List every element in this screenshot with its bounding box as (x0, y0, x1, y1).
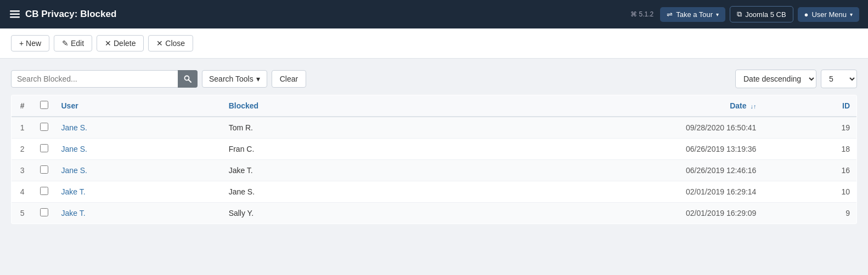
row-date: 06/26/2019 12:46:16 (406, 160, 763, 181)
svg-line-4 (189, 80, 191, 83)
table-row: 4 Jake T. Jane S. 02/01/2019 16:29:14 10 (12, 181, 857, 203)
svg-rect-1 (10, 14, 20, 15)
chevron-down-icon: ▾ (850, 12, 853, 18)
row-checkbox-cell (33, 181, 55, 203)
row-id: 18 (763, 139, 856, 160)
toolbar: + New ✎ Edit ✕ Delete ✕ Close (0, 28, 868, 59)
row-id: 19 (763, 117, 856, 139)
user-link[interactable]: Jane S. (61, 166, 87, 175)
sort-icon: ↓↑ (750, 103, 756, 110)
edit-button[interactable]: ✎ Edit (54, 35, 92, 51)
col-header-blocked[interactable]: Blocked (222, 95, 406, 117)
svg-rect-0 (10, 10, 20, 12)
table-header: # User Blocked Date ↓↑ ID (12, 95, 857, 117)
row-id: 9 (763, 203, 856, 224)
row-blocked: Sally Y. (222, 203, 406, 224)
user-icon: ● (804, 10, 809, 19)
row-blocked: Tom R. (222, 117, 406, 139)
row-date: 06/26/2019 13:19:36 (406, 139, 763, 160)
data-table: # User Blocked Date ↓↑ ID 1 Jane S. Tom … (11, 95, 857, 224)
col-header-hash: # (12, 95, 33, 117)
search-input[interactable] (11, 70, 198, 88)
search-input-wrap (11, 70, 198, 88)
row-user: Jake T. (55, 203, 222, 224)
per-page-select[interactable]: 51015202550100 (821, 70, 857, 88)
row-user: Jane S. (55, 139, 222, 160)
chevron-down-icon: ▾ (256, 75, 260, 83)
row-id: 10 (763, 181, 856, 203)
joomla-button[interactable]: ⧉ Joomla 5 CB (730, 6, 793, 22)
search-icon (184, 75, 191, 83)
user-link[interactable]: Jane S. (61, 145, 87, 153)
col-header-user[interactable]: User (55, 95, 222, 117)
close-button[interactable]: ✕ Close (148, 35, 193, 51)
table-row: 3 Jane S. Jake T. 06/26/2019 12:46:16 16 (12, 160, 857, 181)
external-link-icon: ⧉ (737, 10, 742, 19)
search-tools-button[interactable]: Search Tools ▾ (202, 70, 267, 88)
sort-select[interactable]: Date descendingDate ascendingUser ascend… (735, 70, 816, 88)
user-link[interactable]: Jake T. (61, 209, 86, 217)
row-checkbox[interactable] (40, 165, 48, 174)
take-tour-button[interactable]: ⇌ Take a Tour ▾ (660, 7, 725, 22)
table-row: 1 Jane S. Tom R. 09/28/2020 16:50:41 19 (12, 117, 857, 139)
row-checkbox[interactable] (40, 123, 48, 131)
svg-rect-2 (10, 16, 20, 18)
user-link[interactable]: Jane S. (61, 123, 87, 132)
row-checkbox-cell (33, 117, 55, 139)
sliders-icon: ⇌ (667, 10, 673, 19)
navbar: CB Privacy: Blocked ⌘ 5.1.2 ⇌ Take a Tou… (0, 0, 868, 28)
search-row: Search Tools ▾ Clear Date descendingDate… (11, 70, 857, 88)
select-all-checkbox[interactable] (40, 101, 48, 109)
user-menu-button[interactable]: ● User Menu ▾ (798, 7, 859, 22)
row-blocked: Fran C. (222, 139, 406, 160)
col-header-id: ID (763, 95, 856, 117)
row-checkbox-cell (33, 139, 55, 160)
row-num: 1 (12, 117, 33, 139)
chevron-down-icon: ▾ (716, 12, 719, 18)
row-date: 02/01/2019 16:29:14 (406, 181, 763, 203)
row-checkbox[interactable] (40, 187, 48, 195)
clear-button[interactable]: Clear (272, 70, 306, 88)
row-num: 3 (12, 160, 33, 181)
row-checkbox-cell (33, 203, 55, 224)
page-title: CB Privacy: Blocked (25, 9, 116, 20)
main-content: Search Tools ▾ Clear Date descendingDate… (0, 59, 868, 235)
new-button[interactable]: + New (11, 35, 49, 51)
grid-icon (9, 8, 21, 20)
table-body: 1 Jane S. Tom R. 09/28/2020 16:50:41 19 … (12, 117, 857, 224)
row-user: Jane S. (55, 117, 222, 139)
table-row: 2 Jane S. Fran C. 06/26/2019 13:19:36 18 (12, 139, 857, 160)
row-user: Jane S. (55, 160, 222, 181)
row-date: 02/01/2019 16:29:09 (406, 203, 763, 224)
col-header-check (33, 95, 55, 117)
col-header-date[interactable]: Date ↓↑ (406, 95, 763, 117)
user-link[interactable]: Jake T. (61, 187, 86, 196)
navbar-brand: CB Privacy: Blocked (9, 8, 624, 20)
row-blocked: Jane S. (222, 181, 406, 203)
row-checkbox[interactable] (40, 208, 48, 216)
row-num: 4 (12, 181, 33, 203)
row-num: 2 (12, 139, 33, 160)
row-num: 5 (12, 203, 33, 224)
row-checkbox[interactable] (40, 144, 48, 152)
search-submit-button[interactable] (178, 70, 198, 88)
row-checkbox-cell (33, 160, 55, 181)
row-date: 09/28/2020 16:50:41 (406, 117, 763, 139)
delete-button[interactable]: ✕ Delete (97, 35, 144, 51)
row-user: Jake T. (55, 181, 222, 203)
row-blocked: Jake T. (222, 160, 406, 181)
table-row: 5 Jake T. Sally Y. 02/01/2019 16:29:09 9 (12, 203, 857, 224)
version-label: ⌘ 5.1.2 (630, 10, 653, 18)
navbar-right: ⌘ 5.1.2 ⇌ Take a Tour ▾ ⧉ Joomla 5 CB ● … (630, 6, 859, 22)
row-id: 16 (763, 160, 856, 181)
